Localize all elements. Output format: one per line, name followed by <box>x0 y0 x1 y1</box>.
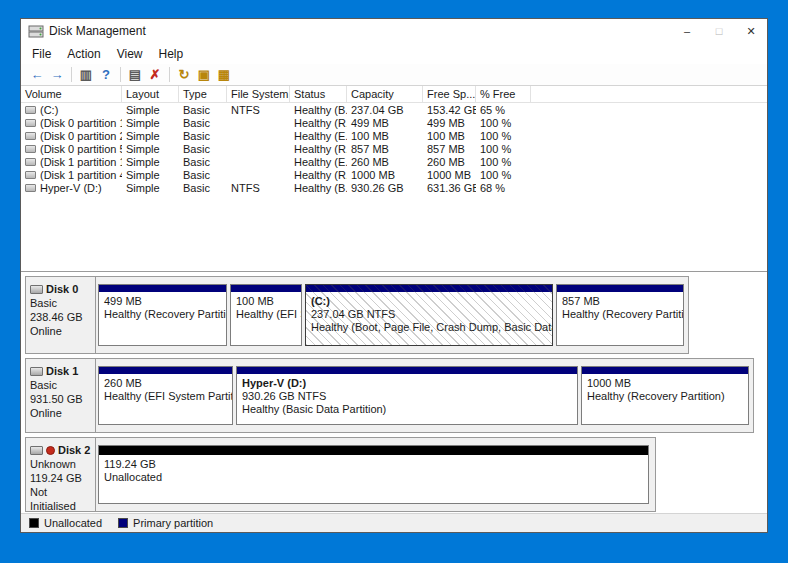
help-icon[interactable]: ? <box>96 66 116 84</box>
cell-percent-free: 68 % <box>476 182 531 194</box>
cell-layout: Simple <box>122 117 179 129</box>
disk-detail: Basic <box>30 296 92 310</box>
disk-info-disk-0[interactable]: Disk 0Basic238.46 GBOnline <box>26 277 96 353</box>
cell-type: Basic <box>179 156 227 168</box>
cell-status: Healthy (R... <box>290 143 347 155</box>
partition-119-24-gb[interactable]: 119.24 GBUnallocated <box>98 445 649 504</box>
volume-icon <box>25 132 36 140</box>
partitions: 119.24 GBUnallocated <box>96 438 655 511</box>
column-header-capacity[interactable]: Capacity <box>347 86 423 102</box>
partition-1000-mb[interactable]: 1000 MBHealthy (Recovery Partition) <box>581 366 749 425</box>
partition-color-bar <box>99 285 226 292</box>
partition-text: 1000 MBHealthy (Recovery Partition) <box>582 374 748 406</box>
disk-detail: Unknown <box>30 457 92 471</box>
partition-text: 857 MBHealthy (Recovery Partition) <box>557 292 683 324</box>
cell-free-space: 1000 MB <box>423 169 476 181</box>
partition-260-mb[interactable]: 260 MBHealthy (EFI System Partition) <box>98 366 233 425</box>
partition-hyper-v-d[interactable]: Hyper-V (D:)930.26 GB NTFSHealthy (Basic… <box>236 366 578 425</box>
toolbar-separator <box>71 67 72 82</box>
show-console-tree-icon[interactable]: ▥ <box>76 66 96 84</box>
partition-color-bar <box>99 367 232 374</box>
disk-detail: Online <box>30 324 92 338</box>
forward-icon[interactable]: → <box>47 66 67 84</box>
table-row[interactable]: (C:)SimpleBasicNTFSHealthy (B...237.04 G… <box>21 103 767 116</box>
cell-percent-free: 100 % <box>476 130 531 142</box>
table-row[interactable]: (Disk 0 partition 1)SimpleBasicHealthy (… <box>21 116 767 129</box>
legend-swatch <box>29 518 39 528</box>
menu-action[interactable]: Action <box>59 45 108 63</box>
cell-free-space: 100 MB <box>423 130 476 142</box>
table-row[interactable]: (Disk 1 partition 4)SimpleBasicHealthy (… <box>21 168 767 181</box>
cell-free-space: 631.36 GB <box>423 182 476 194</box>
table-row[interactable]: Hyper-V (D:)SimpleBasicNTFSHealthy (B...… <box>21 181 767 194</box>
menu-file[interactable]: File <box>24 45 59 63</box>
disk-detail: 238.46 GB <box>30 310 92 324</box>
cell-capacity: 237.04 GB <box>347 104 423 116</box>
back-icon[interactable]: ← <box>27 66 47 84</box>
minimize-button[interactable]: – <box>671 19 703 43</box>
volume-icon <box>25 171 36 179</box>
cell-capacity: 857 MB <box>347 143 423 155</box>
cell-free-space: 260 MB <box>423 156 476 168</box>
disk-row-disk-1: Disk 1Basic931.50 GBOnline260 MBHealthy … <box>25 358 754 433</box>
column-header-free-space[interactable]: Free Sp... <box>423 86 476 102</box>
cell-volume: (Disk 0 partition 1) <box>21 117 122 129</box>
cell-capacity: 930.26 GB <box>347 182 423 194</box>
cell-layout: Simple <box>122 130 179 142</box>
disk-info-disk-2[interactable]: Disk 2Unknown119.24 GBNot Initialised <box>26 438 96 511</box>
disk-detail: Online <box>30 406 92 420</box>
table-row[interactable]: (Disk 1 partition 1)SimpleBasicHealthy (… <box>21 155 767 168</box>
partition-text: 260 MBHealthy (EFI System Partition) <box>99 374 232 406</box>
cell-status: Healthy (R... <box>290 169 347 181</box>
view-options-icon[interactable]: ▦ <box>214 66 234 84</box>
refresh-icon[interactable]: ↻ <box>174 66 194 84</box>
disk-detail: Basic <box>30 378 92 392</box>
column-header-layout[interactable]: Layout <box>122 86 179 102</box>
partition-100-mb[interactable]: 100 MBHealthy (EFI System <box>230 284 302 346</box>
partition-text: 100 MBHealthy (EFI System <box>231 292 301 324</box>
cell-free-space: 857 MB <box>423 143 476 155</box>
column-header-status[interactable]: Status <box>290 86 347 102</box>
cell-percent-free: 65 % <box>476 104 531 116</box>
partition-499-mb[interactable]: 499 MBHealthy (Recovery Partition <box>98 284 227 346</box>
warning-icon <box>46 446 55 455</box>
volume-table-body: (C:)SimpleBasicNTFSHealthy (B...237.04 G… <box>21 103 767 194</box>
volume-table-header: VolumeLayoutTypeFile SystemStatusCapacit… <box>21 86 767 103</box>
properties-icon[interactable]: ▤ <box>125 66 145 84</box>
cell-type: Basic <box>179 117 227 129</box>
maximize-button: □ <box>703 19 735 43</box>
menu-help[interactable]: Help <box>151 45 192 63</box>
disk-management-window: Disk Management – □ ✕ FileActionViewHelp… <box>20 18 768 533</box>
disk-info-disk-1[interactable]: Disk 1Basic931.50 GBOnline <box>26 359 96 432</box>
cell-capacity: 1000 MB <box>347 169 423 181</box>
caption-buttons: – □ ✕ <box>671 19 767 43</box>
delete-volume-icon[interactable]: ✗ <box>145 66 165 84</box>
column-header-type[interactable]: Type <box>179 86 227 102</box>
disk-icon <box>30 285 43 294</box>
table-row[interactable]: (Disk 0 partition 2)SimpleBasicHealthy (… <box>21 129 767 142</box>
column-header-file-system[interactable]: File System <box>227 86 290 102</box>
partition-c[interactable]: (C:)237.04 GB NTFSHealthy (Boot, Page Fi… <box>305 284 553 346</box>
menu-view[interactable]: View <box>109 45 151 63</box>
cell-type: Basic <box>179 143 227 155</box>
column-header-percent-free[interactable]: % Free <box>476 86 531 102</box>
disk-icon <box>30 446 43 455</box>
cell-type: Basic <box>179 169 227 181</box>
column-header-volume[interactable]: Volume <box>21 86 122 102</box>
title-bar[interactable]: Disk Management – □ ✕ <box>21 19 767 43</box>
cell-percent-free: 100 % <box>476 169 531 181</box>
table-row[interactable]: (Disk 0 partition 5)SimpleBasicHealthy (… <box>21 142 767 155</box>
rescan-disks-icon[interactable]: ▣ <box>194 66 214 84</box>
partition-color-bar <box>557 285 683 292</box>
partition-857-mb[interactable]: 857 MBHealthy (Recovery Partition) <box>556 284 684 346</box>
cell-type: Basic <box>179 130 227 142</box>
volume-list[interactable]: VolumeLayoutTypeFile SystemStatusCapacit… <box>21 86 767 272</box>
cell-file-system: NTFS <box>227 182 290 194</box>
cell-percent-free: 100 % <box>476 143 531 155</box>
close-button[interactable]: ✕ <box>735 19 767 43</box>
partitions: 260 MBHealthy (EFI System Partition)Hype… <box>96 359 753 432</box>
disk-row-disk-2: Disk 2Unknown119.24 GBNot Initialised119… <box>25 437 656 512</box>
cell-volume: Hyper-V (D:) <box>21 182 122 194</box>
cell-volume: (Disk 0 partition 5) <box>21 143 122 155</box>
cell-capacity: 100 MB <box>347 130 423 142</box>
